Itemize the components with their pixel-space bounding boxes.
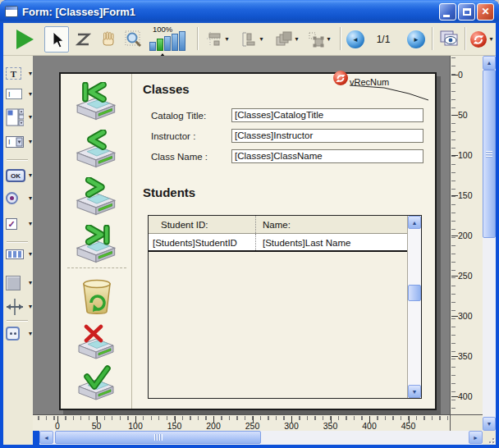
record-variables-button[interactable]: ▾ (468, 26, 496, 53)
delete-record-control[interactable] (76, 276, 118, 315)
scroll-right-icon: ► (473, 435, 478, 441)
next-record-control[interactable] (76, 177, 118, 218)
dropdown-icon: ▾ (29, 172, 32, 179)
dropdown-icon: ▾ (29, 114, 32, 121)
classes-section-title: Classes (143, 82, 190, 96)
draw-tool-button[interactable] (72, 26, 95, 53)
order-tool-button[interactable]: ▾ (272, 26, 301, 53)
previous-record-control[interactable] (76, 130, 118, 171)
class-name-label: Class Name : (151, 152, 208, 162)
toolbox-splitter-tool[interactable]: ▾ (6, 299, 32, 315)
last-record-control[interactable] (76, 225, 118, 266)
zigzag-icon (76, 31, 92, 48)
toolbox-ole-control-tool[interactable]: ▾ (6, 327, 32, 341)
next-record-icon: ► (407, 30, 425, 48)
toolbox-checkbox-tool[interactable]: ✓ ▾ (6, 218, 32, 230)
distribute-icon (240, 31, 257, 48)
students-table-row[interactable]: [Students]StudentID [Students]Last Name (149, 234, 407, 252)
horizontal-scroll-thumb[interactable] (55, 431, 261, 444)
control-toolbox: T ▾ I ▾ ▾ I ▾ (3, 56, 33, 445)
align-tool-button[interactable]: ▾ (203, 26, 232, 53)
column-header-name[interactable]: Name: (255, 216, 407, 233)
instructor-field[interactable]: [Classes]Instructor (231, 129, 423, 143)
resize-grip[interactable] (483, 431, 496, 445)
combobox-tool-icon: I (6, 136, 24, 148)
next-record-button[interactable]: ► (405, 26, 427, 53)
dropdown-icon: ▾ (29, 71, 32, 77)
dropdown-icon: ▾ (29, 331, 32, 337)
align-icon (206, 31, 222, 48)
toolbox-list-control-tool[interactable]: ▾ (6, 108, 32, 126)
horizontal-scrollbar[interactable]: ◄ ► (39, 431, 483, 445)
app-window: Form: [Classes]Form1 ✕ (0, 0, 499, 448)
callout-line (348, 80, 443, 105)
students-table-header: Student ID: Name: (149, 216, 407, 234)
rec-num-variable-icon[interactable] (333, 71, 348, 85)
distribute-tool-button[interactable]: ▾ (237, 26, 267, 53)
resize-tool-button[interactable]: ▾ (304, 26, 334, 53)
maximize-button[interactable] (458, 3, 475, 21)
catalog-title-field[interactable]: [Classes]CatalogTitle (231, 108, 423, 122)
toolbox-frame-tool[interactable]: ▾ (6, 276, 32, 290)
dropdown-icon: ▾ (225, 36, 228, 43)
edit-tool-icon: I (6, 89, 22, 99)
class-name-field[interactable]: [Classes]ClassName (231, 149, 423, 163)
pan-tool-button[interactable] (97, 26, 120, 53)
icon-strip-separator (67, 267, 126, 268)
dropdown-icon: ▾ (29, 139, 32, 145)
cell-student-id: [Students]StudentID (153, 234, 237, 250)
window-title: Form: [Classes]Form1 (22, 6, 439, 18)
toolbox-combobox-tool[interactable]: I ▾ (6, 136, 32, 148)
toolbox-edit-control-tool[interactable]: I ▾ (6, 89, 32, 99)
toolbox-static-label-tool[interactable]: T ▾ (6, 67, 32, 80)
previous-record-button[interactable]: ◄ (345, 26, 366, 53)
table-scroll-up-button[interactable]: ▲ (408, 216, 421, 229)
titlebar[interactable]: Form: [Classes]Form1 ✕ (0, 0, 499, 23)
select-tool-button[interactable] (44, 26, 69, 53)
scroll-left-icon: ◄ (43, 435, 49, 441)
dropdown-icon: ▾ (327, 36, 330, 43)
dropdown-icon: ▾ (29, 251, 32, 258)
table-scrollbar[interactable]: ▲ ▼ (407, 216, 421, 398)
scroll-up-button[interactable]: ▲ (483, 56, 496, 70)
cursor-arrow-icon (50, 31, 64, 48)
zoom-tool-button[interactable] (121, 26, 146, 53)
vertical-scrollbar[interactable]: ▲ ▼ (483, 56, 496, 431)
run-test-button[interactable] (11, 26, 38, 53)
toolbox-button-tool[interactable]: OK ▾ (6, 169, 32, 182)
students-table-control[interactable]: Student ID: Name: [Students]StudentID [S… (148, 215, 422, 399)
label-tool-icon: T (6, 67, 21, 80)
scroll-left-button[interactable]: ◄ (39, 431, 53, 444)
previous-record-icon: ◄ (346, 30, 364, 48)
table-scroll-thumb[interactable] (408, 285, 421, 301)
list-tool-icon (6, 108, 24, 126)
zoom-bars-icon (149, 31, 185, 51)
vertical-scroll-thumb[interactable] (483, 70, 496, 238)
button-tool-icon: OK (6, 169, 25, 182)
run-icon (16, 30, 34, 49)
scroll-down-button[interactable]: ▼ (483, 417, 496, 431)
scroll-up-icon: ▲ (487, 60, 492, 66)
ruler-horizontal: 050100150200250300350400450 (33, 414, 450, 431)
column-header-student-id[interactable]: Student ID: (149, 216, 255, 233)
ruler-vertical: 050100150200250300350400 (450, 56, 483, 414)
zoom-level-selector[interactable]: 100% (149, 25, 192, 54)
cancel-control[interactable] (76, 324, 118, 362)
preview-button[interactable] (437, 26, 463, 53)
scroll-right-button[interactable]: ► (469, 431, 483, 444)
students-table-body (149, 252, 407, 398)
dropdown-icon: ▾ (489, 36, 492, 43)
minimize-button[interactable] (439, 3, 456, 21)
table-scroll-down-button[interactable]: ▼ (408, 385, 421, 398)
toolbox-radio-button-tool[interactable]: ▾ (6, 192, 32, 204)
validate-control[interactable] (76, 365, 118, 403)
close-button[interactable]: ✕ (477, 3, 494, 21)
dropdown-icon: ▾ (29, 304, 32, 310)
form-design-canvas[interactable]: Classes Catalog Title: [Classes]CatalogT… (59, 72, 437, 410)
radio-tool-icon (6, 192, 18, 204)
form-window-icon (5, 6, 18, 17)
ole-tool-icon (6, 327, 20, 341)
first-record-control[interactable] (76, 82, 118, 123)
toolbox-progressbar-tool[interactable]: ▾ (6, 249, 32, 259)
preview-eye-icon (439, 30, 460, 49)
